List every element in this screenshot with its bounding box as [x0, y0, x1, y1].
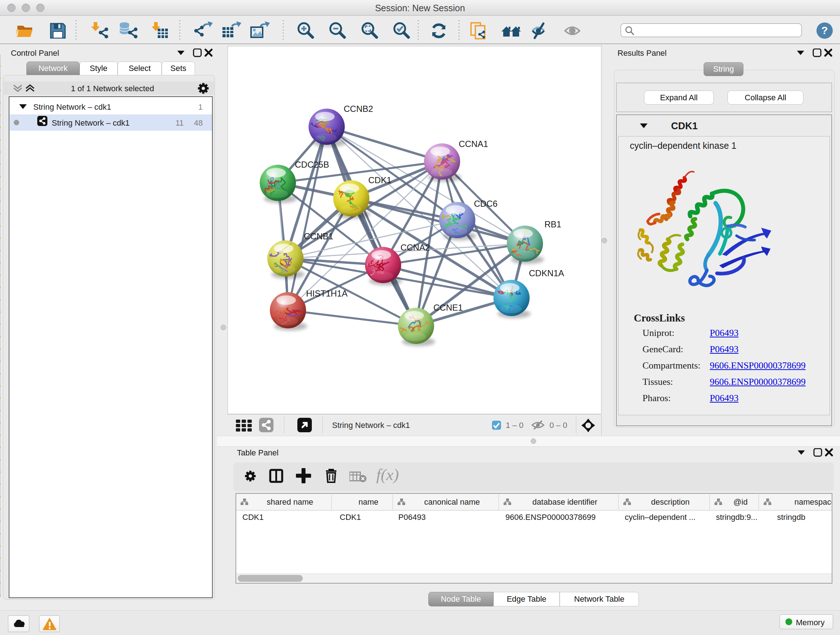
svg-text:CDC6: CDC6: [474, 199, 497, 209]
svg-text:CCNB1: CCNB1: [304, 231, 333, 241]
svg-text:CCNE1: CCNE1: [433, 302, 463, 312]
svg-text:RB1: RB1: [545, 219, 561, 229]
svg-text:CDC25B: CDC25B: [295, 160, 329, 169]
svg-text:CCNA1: CCNA1: [459, 139, 488, 149]
svg-text:HIST1H1A: HIST1H1A: [306, 288, 347, 298]
svg-text:CCNA2: CCNA2: [401, 242, 430, 252]
svg-text:CDK1: CDK1: [368, 175, 392, 185]
svg-text:CCNB2: CCNB2: [344, 104, 373, 114]
svg-text:CDKN1A: CDKN1A: [529, 268, 564, 278]
